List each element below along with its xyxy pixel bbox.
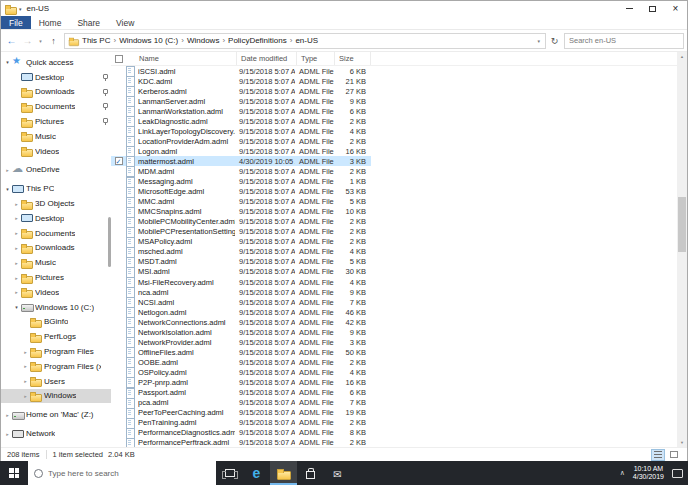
- expander-icon[interactable]: ▸: [12, 230, 21, 236]
- sidebar-item-3d-objects[interactable]: ▸ 3D Objects: [1, 196, 111, 211]
- sidebar-item-onedrive[interactable]: ▸ OneDrive: [1, 163, 111, 178]
- column-header-name[interactable]: Name: [126, 52, 237, 65]
- sidebar-item-program-files-x86[interactable]: ▸ Program Files (x86): [1, 359, 111, 374]
- sidebar-item-music[interactable]: Music: [1, 129, 111, 144]
- file-row[interactable]: pca.adml 9/15/2018 5:07 AM ADML File 7 K…: [111, 398, 371, 408]
- file-row[interactable]: KDC.adml 9/15/2018 5:07 AM ADML File 21 …: [111, 76, 371, 86]
- sidebar-item-desktop[interactable]: ▸ Desktop: [1, 211, 111, 226]
- expander-icon[interactable]: ▾: [12, 304, 21, 310]
- file-row[interactable]: LeakDiagnostic.adml 9/15/2018 5:07 AM AD…: [111, 116, 371, 126]
- file-row[interactable]: MobilePCPresentationSettings.adml 9/15/2…: [111, 227, 371, 237]
- file-row[interactable]: MDM.adml 9/15/2018 5:07 AM ADML File 2 K…: [111, 166, 371, 176]
- file-row[interactable]: P2P-pnrp.adml 9/15/2018 5:07 AM ADML Fil…: [111, 377, 371, 387]
- forward-button[interactable]: →: [20, 33, 35, 49]
- file-row[interactable]: LinkLayerTopologyDiscovery.adml 9/15/201…: [111, 126, 371, 136]
- taskbar-search-box[interactable]: [28, 461, 216, 485]
- expander-icon[interactable]: ▸: [21, 378, 30, 384]
- file-row[interactable]: MSDT.adml 9/15/2018 5:07 AM ADML File 5 …: [111, 257, 371, 267]
- file-row[interactable]: nca.adml 9/15/2018 5:07 AM ADML File 9 K…: [111, 287, 371, 297]
- sidebar-item-perflogs[interactable]: PerfLogs: [1, 329, 111, 344]
- select-all-checkbox-cell[interactable]: [111, 52, 126, 65]
- file-row[interactable]: Msi-FileRecovery.adml 9/15/2018 5:07 AM …: [111, 277, 371, 287]
- expander-icon[interactable]: ▸: [12, 215, 21, 221]
- sidebar-item-quick-access[interactable]: ▾ Quick access: [1, 55, 111, 70]
- back-button[interactable]: ←: [4, 33, 19, 49]
- scroll-down-icon[interactable]: ▼: [680, 438, 684, 447]
- sidebar-item-this-pc[interactable]: ▾ This PC: [1, 181, 111, 196]
- task-view-button[interactable]: [216, 461, 243, 485]
- file-row[interactable]: LanmanWorkstation.adml 9/15/2018 5:07 AM…: [111, 106, 371, 116]
- sidebar-item-home-on-mac-z[interactable]: ▸ Home on 'Mac' (Z:): [1, 407, 111, 422]
- file-row[interactable]: Kerberos.adml 9/15/2018 5:07 AM ADML Fil…: [111, 86, 371, 96]
- search-input[interactable]: [569, 36, 679, 45]
- sidebar-item-windows[interactable]: ▸ Windows: [1, 389, 111, 404]
- row-checkbox[interactable]: ✓: [115, 157, 123, 165]
- file-row[interactable]: Logon.adml 9/15/2018 5:07 AM ADML File 1…: [111, 146, 371, 156]
- breadcrumb-item-en-us[interactable]: en-US: [292, 36, 321, 45]
- expander-icon[interactable]: ▸: [21, 349, 30, 355]
- file-row[interactable]: Netlogon.adml 9/15/2018 5:07 AM ADML Fil…: [111, 307, 371, 317]
- tab-share[interactable]: Share: [69, 16, 108, 29]
- tab-home[interactable]: Home: [31, 16, 70, 29]
- file-row[interactable]: iSCSI.adml 9/15/2018 5:07 AM ADML File 6…: [111, 66, 371, 76]
- file-row[interactable]: OSPolicy.adml 9/15/2018 5:07 AM ADML Fil…: [111, 367, 371, 377]
- sidebar-item-users[interactable]: ▸ Users: [1, 374, 111, 389]
- sidebar-item-pictures[interactable]: ▸ Pictures: [1, 270, 111, 285]
- sidebar-item-pictures[interactable]: Pictures: [1, 114, 111, 129]
- file-row[interactable]: Messaging.adml 9/15/2018 5:07 AM ADML Fi…: [111, 177, 371, 187]
- breadcrumb-dropdown-icon[interactable]: ▾: [537, 38, 542, 44]
- file-row[interactable]: MSI.adml 9/15/2018 5:07 AM ADML File 30 …: [111, 267, 371, 277]
- file-row[interactable]: OOBE.adml 9/15/2018 5:07 AM ADML File 2 …: [111, 357, 371, 367]
- search-box[interactable]: [564, 33, 684, 49]
- expander-icon[interactable]: ▸: [12, 275, 21, 281]
- close-button[interactable]: ×: [664, 1, 687, 16]
- sidebar-item-network[interactable]: ▸ Network: [1, 426, 111, 441]
- file-row[interactable]: PerformanceDiagnostics.adml 9/15/2018 5:…: [111, 428, 371, 438]
- store-button[interactable]: [297, 461, 324, 485]
- tab-file[interactable]: File: [1, 16, 31, 29]
- expander-icon[interactable]: ▸: [21, 393, 30, 399]
- sidebar-item-videos[interactable]: Videos: [1, 144, 111, 159]
- sidebar-item-program-files[interactable]: ▸ Program Files: [1, 344, 111, 359]
- edge-button[interactable]: [243, 461, 270, 485]
- sidebar-item-documents[interactable]: Documents: [1, 99, 111, 114]
- expander-icon[interactable]: ▸: [12, 245, 21, 251]
- expander-icon[interactable]: ▸: [21, 363, 30, 369]
- expander-icon[interactable]: ▸: [12, 201, 21, 207]
- file-row[interactable]: NCSI.adml 9/15/2018 5:07 AM ADML File 7 …: [111, 297, 371, 307]
- sidebar-item-documents[interactable]: ▸ Documents: [1, 226, 111, 241]
- refresh-button[interactable]: ↻: [547, 33, 562, 49]
- file-row[interactable]: PerformancePerftrack.adml 9/15/2018 5:07…: [111, 438, 371, 447]
- minimize-button[interactable]: [618, 1, 641, 16]
- select-all-checkbox[interactable]: [115, 55, 123, 63]
- tab-view[interactable]: View: [108, 16, 142, 29]
- expander-icon[interactable]: ▸: [3, 167, 12, 173]
- action-center-button[interactable]: [672, 469, 683, 478]
- file-row[interactable]: NetworkConnections.adml 9/15/2018 5:07 A…: [111, 317, 371, 327]
- tray-expand-icon[interactable]: ∧: [620, 469, 625, 477]
- file-row[interactable]: MSAPolicy.adml 9/15/2018 5:07 AM ADML Fi…: [111, 237, 371, 247]
- breadcrumb-item-windows-10-c[interactable]: Windows 10 (C:): [116, 36, 181, 45]
- breadcrumb[interactable]: This PC›Windows 10 (C:)›Windows›PolicyDe…: [64, 33, 546, 49]
- maximize-button[interactable]: [641, 1, 664, 16]
- file-row[interactable]: OfflineFiles.adml 9/15/2018 5:07 AM ADML…: [111, 347, 371, 357]
- expander-icon[interactable]: ▾: [3, 186, 12, 192]
- file-row[interactable]: Passport.adml 9/15/2018 5:07 AM ADML Fil…: [111, 388, 371, 398]
- breadcrumb-item-windows[interactable]: Windows: [184, 36, 222, 45]
- sidebar-item-videos[interactable]: ▸ Videos: [1, 285, 111, 300]
- expander-icon[interactable]: ▾: [3, 59, 12, 65]
- breadcrumb-item-policydefinitions[interactable]: PolicyDefinitions: [225, 36, 290, 45]
- recent-locations-icon[interactable]: ▾: [36, 33, 45, 49]
- quick-access-toolbar-chevron-icon[interactable]: ▾: [19, 6, 22, 12]
- file-row[interactable]: MobilePCMobilityCenter.adml 9/15/2018 5:…: [111, 217, 371, 227]
- column-header-size[interactable]: Size: [335, 52, 371, 65]
- file-row[interactable]: PeerToPeerCaching.adml 9/15/2018 5:07 AM…: [111, 408, 371, 418]
- sidebar-item-music[interactable]: ▸ Music: [1, 255, 111, 270]
- sidebar-item-bginfo[interactable]: BGinfo: [1, 315, 111, 330]
- sidebar-item-downloads[interactable]: ▸ Downloads: [1, 241, 111, 256]
- sidebar-item-desktop[interactable]: Desktop: [1, 70, 111, 85]
- taskbar-clock[interactable]: 10:10 AM 4/30/2019: [633, 465, 664, 481]
- up-button[interactable]: ↑: [46, 33, 61, 49]
- file-row[interactable]: msched.adml 9/15/2018 5:07 AM ADML File …: [111, 247, 371, 257]
- column-header-type[interactable]: Type: [297, 52, 335, 65]
